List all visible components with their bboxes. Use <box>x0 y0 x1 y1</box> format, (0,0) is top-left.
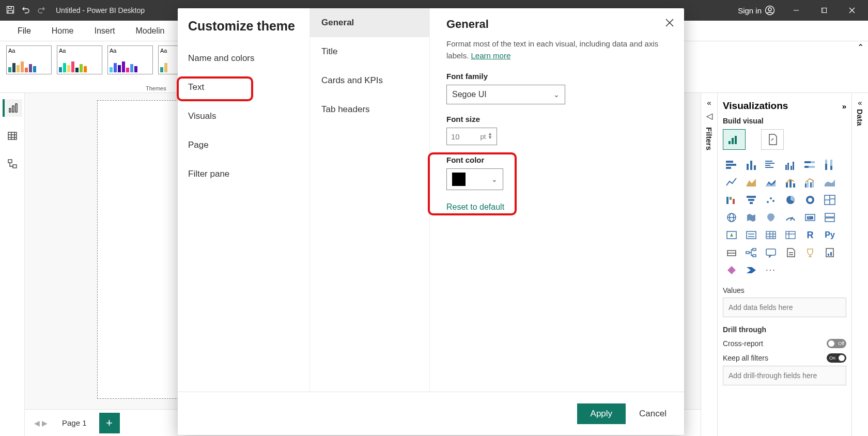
ribbon-chart-icon[interactable] <box>821 175 839 190</box>
cross-report-toggle[interactable]: Off <box>827 339 846 348</box>
svg-rect-97 <box>766 249 776 255</box>
hundred-stacked-column-icon[interactable] <box>821 157 839 173</box>
key-influencers-icon[interactable] <box>723 245 740 260</box>
data-pane-collapsed[interactable]: « Data <box>851 93 868 436</box>
svg-rect-10 <box>9 108 11 112</box>
font-size-spinner[interactable]: 10 pt ▲▼ <box>446 128 497 145</box>
slicer-icon[interactable] <box>742 227 760 243</box>
cat-filter-pane[interactable]: Filter pane <box>178 160 309 189</box>
area-chart-icon[interactable] <box>742 175 760 190</box>
spinner-arrows-icon[interactable]: ▲▼ <box>488 132 492 139</box>
matrix-icon[interactable] <box>782 227 799 243</box>
donut-icon[interactable] <box>801 192 819 208</box>
theme-thumb-3[interactable]: Aa <box>107 45 153 74</box>
apply-button[interactable]: Apply <box>577 403 626 424</box>
page-tab-1[interactable]: Page 1 <box>53 415 96 430</box>
svg-rect-103 <box>828 254 829 256</box>
font-color-picker[interactable]: ⌄ <box>446 168 503 190</box>
tab-file[interactable]: File <box>9 23 39 39</box>
ribbon-expand-icon[interactable]: ⌃ <box>855 41 866 53</box>
values-label: Values <box>723 286 846 294</box>
power-automate-icon[interactable] <box>742 262 760 278</box>
waterfall-icon[interactable] <box>723 192 740 208</box>
color-swatch-black <box>452 173 466 186</box>
undo-icon[interactable] <box>22 6 30 15</box>
view-data-icon[interactable] <box>3 127 22 145</box>
funnel-icon[interactable] <box>742 192 760 208</box>
line-stacked-column-icon[interactable] <box>782 175 799 190</box>
gauge-icon[interactable] <box>782 210 799 225</box>
svg-rect-28 <box>754 165 756 170</box>
power-apps-icon[interactable] <box>723 262 740 278</box>
maximize-button[interactable] <box>812 0 836 21</box>
python-visual-icon[interactable]: Py <box>821 227 839 243</box>
signin-button[interactable]: Sign in <box>733 5 780 15</box>
stacked-area-icon[interactable] <box>762 175 780 190</box>
expand-right-icon[interactable]: » <box>842 102 846 111</box>
learn-more-link[interactable]: Learn more <box>471 51 511 60</box>
keep-filters-toggle[interactable]: On <box>827 353 846 363</box>
cat-page[interactable]: Page <box>178 131 309 160</box>
scatter-icon[interactable] <box>762 192 780 208</box>
multi-row-card-icon[interactable] <box>821 210 839 225</box>
view-report-icon[interactable] <box>3 99 22 117</box>
svg-rect-44 <box>830 160 832 166</box>
tab-modeling[interactable]: Modelin <box>127 23 173 39</box>
treemap-icon[interactable] <box>821 192 839 208</box>
theme-thumb-2[interactable]: Aa <box>57 45 102 74</box>
theme-thumb-4[interactable]: Aa <box>158 45 179 74</box>
r-visual-icon[interactable]: R <box>801 227 819 243</box>
subcat-tab-headers[interactable]: Tab headers <box>310 95 429 124</box>
stacked-column-icon[interactable] <box>742 157 760 173</box>
card-icon[interactable]: 123 <box>801 210 819 225</box>
svg-rect-57 <box>733 199 735 204</box>
decomposition-tree-icon[interactable] <box>742 245 760 260</box>
kpi-icon[interactable] <box>723 227 740 243</box>
cat-name-colors[interactable]: Name and colors <box>178 44 309 73</box>
paginated-report-icon[interactable] <box>821 245 839 260</box>
font-family-select[interactable]: Segoe UI ⌄ <box>446 85 565 104</box>
close-button[interactable] <box>840 0 864 21</box>
redo-icon[interactable] <box>37 6 45 15</box>
minimize-button[interactable] <box>784 0 808 21</box>
view-model-icon[interactable] <box>3 155 22 173</box>
reset-to-default-link[interactable]: Reset to default <box>446 203 504 212</box>
build-visual-tab[interactable] <box>723 129 746 150</box>
collapse-left-icon[interactable]: « <box>707 98 711 107</box>
smart-narrative-icon[interactable] <box>782 245 799 260</box>
hundred-stacked-bar-icon[interactable] <box>801 157 819 173</box>
clustered-column-icon[interactable] <box>782 157 799 173</box>
drill-through-well[interactable]: Add drill-through fields here <box>723 366 846 385</box>
dialog-close-button[interactable] <box>662 15 677 30</box>
cat-text[interactable]: Text <box>178 73 309 102</box>
subcat-title[interactable]: Title <box>310 37 429 66</box>
clustered-bar-icon[interactable] <box>762 157 780 173</box>
filled-map-icon[interactable] <box>742 210 760 225</box>
format-visual-tab[interactable] <box>761 129 784 150</box>
subcat-general[interactable]: General <box>310 8 429 37</box>
pie-icon[interactable] <box>782 192 799 208</box>
tab-home[interactable]: Home <box>43 23 82 39</box>
stacked-bar-icon[interactable] <box>723 157 740 173</box>
line-chart-icon[interactable] <box>723 175 740 190</box>
filters-pane-collapsed[interactable]: « ◁ Filters <box>701 93 717 436</box>
azure-map-icon[interactable] <box>762 210 780 225</box>
collapse-left-icon-2[interactable]: « <box>858 98 862 107</box>
svg-text:123: 123 <box>807 216 813 220</box>
subcat-cards[interactable]: Cards and KPIs <box>310 66 429 95</box>
cat-visuals[interactable]: Visuals <box>178 102 309 131</box>
page-prev-icon[interactable]: ◀ <box>34 419 40 427</box>
goals-icon[interactable] <box>801 245 819 260</box>
qa-visual-icon[interactable] <box>762 245 780 260</box>
theme-thumb-1[interactable]: Aa <box>6 45 52 74</box>
page-next-icon[interactable]: ▶ <box>42 419 48 427</box>
line-clustered-column-icon[interactable] <box>801 175 819 190</box>
map-icon[interactable] <box>723 210 740 225</box>
values-well[interactable]: Add data fields here <box>723 298 846 317</box>
table-icon[interactable] <box>762 227 780 243</box>
more-visuals-icon[interactable]: ··· <box>762 262 780 278</box>
add-page-button[interactable]: + <box>99 413 120 433</box>
tab-insert[interactable]: Insert <box>86 23 123 39</box>
save-icon[interactable] <box>6 6 14 15</box>
cancel-button[interactable]: Cancel <box>639 409 667 419</box>
